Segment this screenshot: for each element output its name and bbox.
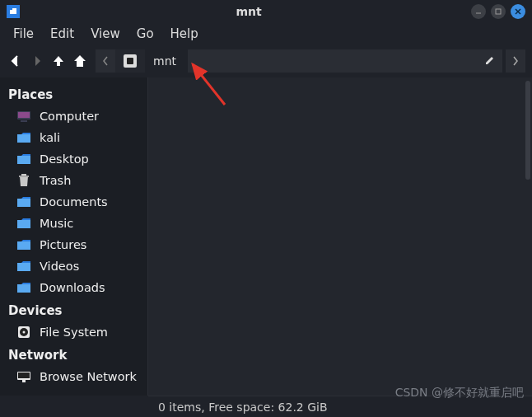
scrollbar[interactable]	[525, 81, 530, 180]
back-button[interactable]	[7, 52, 25, 70]
sidebar-item-computer[interactable]: Computer	[0, 105, 147, 127]
sidebar-item-label: Documents	[40, 195, 108, 208]
svg-rect-11	[19, 176, 29, 177]
svg-rect-14	[17, 241, 30, 250]
minimize-button[interactable]	[471, 4, 486, 19]
svg-rect-7	[21, 120, 27, 122]
menubar: File Edit View Go Help	[0, 23, 532, 45]
breadcrumb-label: mnt	[153, 54, 176, 68]
svg-rect-13	[17, 220, 30, 228]
svg-rect-1	[496, 9, 501, 14]
svg-rect-12	[17, 199, 30, 207]
sidebar-item-label: File System	[40, 326, 108, 339]
breadcrumb-prev-button[interactable]	[96, 49, 115, 73]
sidebar-item-label: Pictures	[40, 238, 86, 251]
folder-icon	[16, 194, 31, 209]
menu-file[interactable]: File	[7, 25, 40, 43]
sidebar: Places Computer kali Desktop Trash Docum…	[0, 77, 148, 396]
sidebar-item-trash[interactable]: Trash	[0, 170, 147, 191]
places-header: Places	[0, 82, 147, 105]
forward-button[interactable]	[28, 52, 46, 70]
network-header: Network	[0, 343, 147, 366]
computer-icon	[16, 109, 31, 124]
svg-rect-22	[22, 380, 26, 382]
sidebar-item-label: Desktop	[40, 152, 89, 166]
sidebar-item-desktop[interactable]: Desktop	[0, 148, 147, 170]
watermark: CSDN @修不好就重启吧	[395, 386, 524, 401]
sidebar-item-videos[interactable]: Videos	[0, 255, 147, 277]
breadcrumb-current[interactable]: mnt	[145, 49, 184, 73]
close-button[interactable]	[511, 4, 525, 19]
folder-icon	[16, 152, 31, 166]
sidebar-item-kali[interactable]: kali	[0, 127, 147, 148]
svg-rect-15	[17, 263, 30, 271]
disk-icon	[16, 325, 31, 340]
device-icon	[124, 54, 137, 68]
home-button[interactable]	[71, 52, 89, 70]
sidebar-item-label: Music	[40, 217, 73, 230]
svg-rect-6	[18, 112, 30, 118]
app-icon	[7, 5, 20, 18]
edit-path-icon	[484, 54, 496, 68]
menu-view[interactable]: View	[84, 25, 127, 43]
sidebar-item-filesystem[interactable]: File System	[0, 321, 147, 343]
menu-go[interactable]: Go	[130, 25, 161, 43]
toolbar: mnt	[0, 45, 532, 77]
sidebar-item-label: Trash	[40, 174, 71, 187]
devices-header: Devices	[0, 298, 147, 321]
sidebar-item-pictures[interactable]: Pictures	[0, 234, 147, 255]
sidebar-item-documents[interactable]: Documents	[0, 191, 147, 213]
svg-rect-8	[17, 134, 30, 143]
folder-icon	[16, 259, 31, 274]
folder-icon	[16, 130, 31, 145]
content-area[interactable]	[148, 77, 532, 396]
window-title: mnt	[26, 5, 471, 18]
folder-icon	[16, 216, 31, 231]
titlebar: mnt	[0, 0, 532, 23]
breadcrumb: mnt	[96, 49, 525, 73]
svg-rect-4	[127, 58, 133, 64]
trash-icon	[16, 173, 31, 188]
network-icon	[16, 369, 31, 384]
folder-icon	[16, 237, 31, 252]
sidebar-item-music[interactable]: Music	[0, 213, 147, 234]
window-controls	[471, 4, 525, 19]
svg-rect-10	[21, 174, 26, 176]
sidebar-item-downloads[interactable]: Downloads	[0, 277, 147, 298]
menu-edit[interactable]: Edit	[44, 25, 81, 43]
path-go-button[interactable]	[506, 49, 525, 73]
sidebar-item-label: Videos	[40, 260, 79, 273]
sidebar-item-label: Downloads	[40, 281, 105, 294]
sidebar-item-browse-network[interactable]: Browse Network	[0, 366, 147, 387]
svg-point-19	[23, 331, 26, 334]
folder-icon	[16, 280, 31, 295]
sidebar-item-label: Computer	[40, 110, 99, 123]
path-field[interactable]	[188, 49, 502, 73]
sidebar-item-label: kali	[40, 131, 60, 144]
up-button[interactable]	[49, 52, 68, 70]
status-text: 0 items, Free space: 62.2 GiB	[158, 401, 328, 414]
svg-rect-9	[17, 156, 30, 164]
svg-rect-21	[18, 372, 30, 378]
sidebar-item-label: Browse Network	[40, 370, 137, 383]
breadcrumb-root[interactable]	[115, 49, 145, 73]
svg-rect-16	[17, 284, 30, 293]
menu-help[interactable]: Help	[164, 25, 205, 43]
maximize-button[interactable]	[491, 4, 506, 19]
